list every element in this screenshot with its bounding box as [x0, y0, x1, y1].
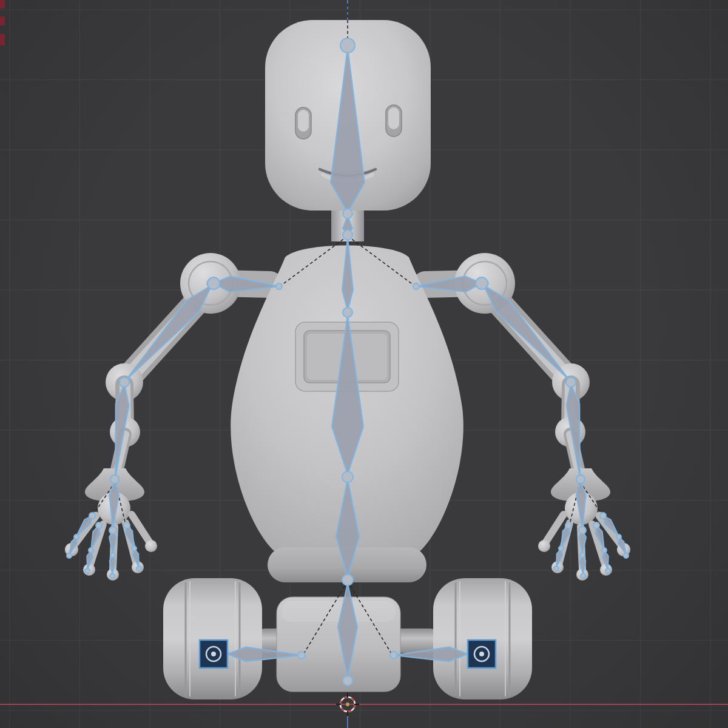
bone-joint[interactable] [343, 209, 352, 218]
bone-joint[interactable] [579, 527, 586, 534]
eye-left-inner [298, 110, 309, 132]
bone-joint[interactable] [109, 527, 116, 534]
bone-joint[interactable] [96, 522, 102, 528]
clipped-icon-fragment [0, 16, 5, 25]
wheel-right[interactable] [433, 578, 532, 699]
bone-joint[interactable] [207, 277, 220, 289]
bone-joint[interactable] [600, 513, 606, 519]
bone-joint[interactable] [581, 573, 585, 578]
bone-joint[interactable] [343, 230, 352, 240]
finger-tip[interactable] [145, 540, 157, 552]
bone-joint[interactable] [559, 546, 564, 551]
bone-joint[interactable] [602, 548, 607, 553]
wheel-bone-widget[interactable] [200, 640, 228, 668]
bone-joint[interactable] [298, 652, 305, 659]
bone-joint[interactable] [110, 553, 115, 558]
wheel-left[interactable] [163, 578, 262, 699]
clipped-icon-fragment [0, 34, 5, 46]
bone-joint[interactable] [132, 546, 136, 551]
bone-joint[interactable] [85, 568, 90, 573]
bone-joint[interactable] [342, 471, 353, 482]
bone-joint[interactable] [276, 283, 282, 289]
finger-mesh[interactable] [132, 514, 149, 542]
bone-joint[interactable] [120, 377, 129, 387]
bone-upper-arm-r[interactable] [484, 285, 570, 380]
eye-right-inner [388, 107, 399, 129]
bone-joint[interactable] [554, 566, 559, 571]
bone-upper-arm-l[interactable] [126, 285, 212, 380]
bone-joint[interactable] [605, 568, 610, 573]
wheel-bone-widget[interactable] [468, 640, 496, 668]
bone-joint[interactable] [580, 553, 585, 558]
bone-joint[interactable] [565, 522, 571, 528]
3d-cursor-icon[interactable] [336, 693, 359, 716]
bone-joint[interactable] [136, 566, 141, 571]
bone-joint[interactable] [343, 308, 352, 317]
finger-mesh[interactable] [546, 514, 564, 542]
bone-joint[interactable] [576, 475, 585, 484]
base-box-sheen [281, 601, 396, 622]
wheel-widget-dot [479, 652, 484, 656]
bone-joint[interactable] [343, 676, 352, 686]
viewport[interactable] [0, 0, 728, 728]
bone-joint[interactable] [476, 277, 488, 289]
bone-joint[interactable] [67, 553, 72, 558]
bone-joint[interactable] [624, 553, 629, 558]
finger-tip[interactable] [538, 540, 550, 552]
bone-joint[interactable] [89, 548, 93, 553]
bone-joint[interactable] [342, 575, 353, 585]
bone-joint[interactable] [593, 522, 599, 528]
bone-joint[interactable] [616, 534, 621, 539]
bone-joint[interactable] [340, 38, 355, 53]
clipped-icon-fragment [0, 0, 5, 8]
bone-joint[interactable] [124, 522, 130, 528]
bone-joint[interactable] [413, 283, 419, 289]
bone-joint[interactable] [74, 534, 79, 539]
bone-joint[interactable] [110, 573, 115, 578]
clipped-ui-fragments [0, 0, 5, 46]
wheel-widget-dot [211, 652, 216, 656]
bone-joint[interactable] [89, 513, 95, 519]
viewport-canvas[interactable] [0, 0, 728, 728]
bone-joint[interactable] [390, 652, 397, 659]
bone-joint[interactable] [566, 377, 576, 387]
bone-joint[interactable] [110, 475, 119, 484]
